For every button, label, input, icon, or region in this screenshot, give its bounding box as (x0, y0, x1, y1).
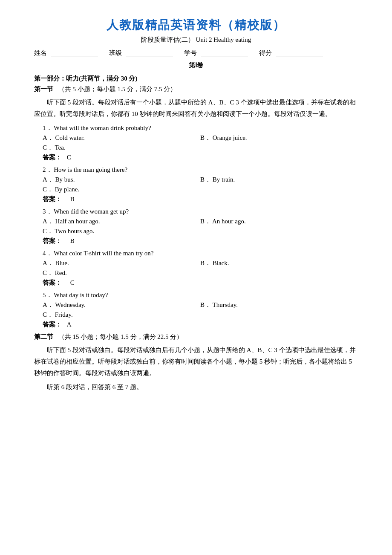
section2-last-line: 听第 6 段对话，回答第 6 至 7 题。 (34, 383, 358, 391)
q5-option-c: C． Friday. (43, 311, 200, 319)
q5-option-b: B． Thursday. (200, 301, 358, 309)
question-2-options: A． By bus. B． By train. (34, 176, 358, 184)
q3-option-b: B． An hour ago. (200, 217, 358, 225)
q4-option-a: A． Blue. (43, 259, 200, 267)
section1-heading: 第一节 (34, 86, 53, 92)
answer-label-2: 答案： (43, 196, 62, 202)
answer-label-1: 答案： (43, 154, 62, 161)
section1-instruction: 听下面 5 段对话。每段对话后有一个小题，从题中所给的 A、B、C 3 个选项中… (34, 97, 358, 120)
part1-heading: 第一部分：听力(共两节，满分 30 分) (34, 75, 358, 83)
question-1: 1． What will the woman drink probably? A… (34, 124, 358, 162)
question-1-options: A． Cold water. B． Orange juice. (34, 134, 358, 142)
answer-value-2: B (70, 196, 75, 202)
question-1-option-c-row: C． Tea. (34, 144, 358, 152)
answer-value-5: A (67, 321, 72, 328)
answer-value-3: B (70, 237, 75, 244)
section2: 第二节 （共 15 小题；每小题 1.5 分，满分 22.5 分） 听下面 5 … (34, 333, 358, 391)
question-3-option-c-row: C． Two hours ago. (34, 227, 358, 235)
section2-description: （共 15 小题；每小题 1.5 分，满分 22.5 分） (58, 333, 183, 340)
q1-option-a: A． Cold water. (43, 134, 200, 142)
question-2-answer: 答案： B (34, 195, 358, 203)
question-1-stem: 1． What will the woman drink probably? (34, 124, 358, 132)
question-4-stem: 4． What color T-shirt will the man try o… (34, 249, 358, 257)
question-5: 5． What day is it today? A． Wednesday. B… (34, 291, 358, 329)
question-3-options: A． Half an hour ago. B． An hour ago. (34, 217, 358, 225)
answer-label-5: 答案： (43, 321, 62, 328)
question-3-stem: 3． When did the woman get up? (34, 208, 358, 216)
q4-option-b: B． Black. (200, 259, 358, 267)
question-2-stem: 2． How is the man going there? (34, 166, 358, 174)
volume-label: 第Ⅰ卷 (34, 61, 358, 69)
q2-option-a: A． By bus. (43, 176, 200, 184)
question-4-options: A． Blue. B． Black. (34, 259, 358, 267)
q2-option-c: C． By plane. (43, 185, 200, 194)
answer-value-4: C (70, 279, 75, 286)
question-5-option-c-row: C． Friday. (34, 311, 358, 319)
answer-label-3: 答案： (43, 237, 62, 244)
score-label: 得分 (259, 49, 272, 57)
question-4-answer: 答案： C (34, 279, 358, 287)
class-field (126, 49, 173, 57)
question-2: 2． How is the man going there? A． By bus… (34, 166, 358, 203)
q4-option-c: C． Red. (43, 269, 200, 277)
section1-heading-row: 第一节 （共 5 小题；每小题 1.5 分，满分 7.5 分） (34, 85, 358, 93)
question-4: 4． What color T-shirt will the man try o… (34, 249, 358, 287)
q1-option-c: C． Tea. (43, 144, 200, 152)
question-1-answer: 答案： C (34, 153, 358, 162)
question-3: 3． When did the woman get up? A． Half an… (34, 208, 358, 245)
name-label: 姓名 (34, 49, 47, 57)
q2-option-b: B． By train. (200, 176, 358, 184)
page-title: 人教版精品英语资料（精校版） (34, 17, 358, 33)
q1-option-b: B． Orange juice. (200, 134, 358, 142)
score-field (276, 49, 323, 57)
q3-option-c: C． Two hours ago. (43, 227, 200, 235)
q5-option-a: A． Wednesday. (43, 301, 200, 309)
question-3-answer: 答案： B (34, 237, 358, 245)
student-id-field (201, 49, 248, 57)
question-5-options: A． Wednesday. B． Thursday. (34, 301, 358, 309)
section1: 第一节 （共 5 小题；每小题 1.5 分，满分 7.5 分） 听下面 5 段对… (34, 85, 358, 329)
answer-label-4: 答案： (43, 279, 62, 286)
student-id-label: 学号 (184, 49, 197, 57)
name-field (51, 49, 98, 57)
question-2-option-c-row: C． By plane. (34, 185, 358, 194)
section1-description: （共 5 小题；每小题 1.5 分，满分 7.5 分） (58, 86, 177, 92)
form-row: 姓名 班级 学号 得分 (34, 49, 358, 57)
question-5-stem: 5． What day is it today? (34, 291, 358, 299)
question-4-option-c-row: C． Red. (34, 269, 358, 277)
subtitle: 阶段质量评估(二） Unit 2 Healthy eating (34, 36, 358, 44)
section2-instruction: 听下面 5 段对话或独白。每段对话或独白后有几个小题，从题中所给的 A、B、C … (34, 344, 358, 379)
section2-heading: 第二节 (34, 333, 53, 340)
question-5-answer: 答案： A (34, 321, 358, 329)
section2-heading-row: 第二节 （共 15 小题；每小题 1.5 分，满分 22.5 分） (34, 333, 358, 341)
answer-value-1: C (67, 154, 71, 161)
class-label: 班级 (109, 49, 122, 57)
q3-option-a: A． Half an hour ago. (43, 217, 200, 225)
